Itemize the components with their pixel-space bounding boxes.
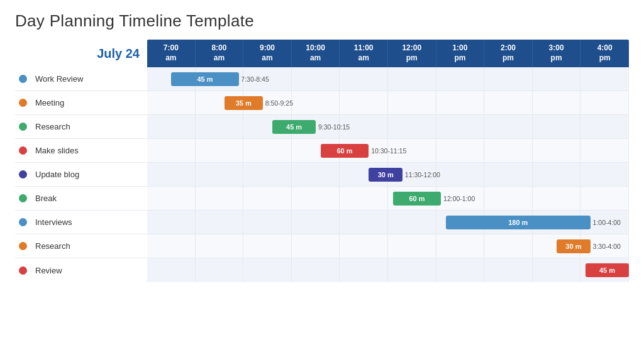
grid-cell bbox=[580, 211, 629, 234]
grid-cell bbox=[243, 187, 292, 210]
grid-cell bbox=[147, 234, 196, 258]
dot-container bbox=[15, 266, 30, 275]
grid-cell bbox=[436, 115, 485, 138]
task-dot bbox=[19, 218, 27, 226]
grid-cell bbox=[340, 187, 388, 210]
grid-cell bbox=[580, 163, 629, 186]
grid-cell bbox=[484, 258, 533, 282]
grid-header: 7:00am8:00am9:00am10:00am11:00am12:00pm1… bbox=[147, 40, 629, 67]
grid-cell bbox=[292, 115, 340, 138]
grid-row: 60 m12:00-1:00 bbox=[147, 187, 629, 211]
grid-cell bbox=[292, 258, 340, 282]
grid-cell bbox=[580, 115, 629, 138]
grid-row: 30 m3:30-4:00 bbox=[147, 234, 629, 258]
grid-cell bbox=[147, 115, 196, 138]
task-label: Work Review bbox=[30, 74, 83, 84]
grid-cell bbox=[436, 258, 485, 282]
task-row: Review bbox=[15, 258, 147, 282]
grid-cell bbox=[196, 91, 244, 114]
header-cell: 3:00pm bbox=[533, 40, 581, 67]
grid-cell bbox=[196, 187, 244, 210]
grid-panel: 7:00am8:00am9:00am10:00am11:00am12:00pm1… bbox=[147, 40, 629, 356]
grid-cell bbox=[340, 163, 388, 186]
task-row: Make slides bbox=[15, 139, 147, 163]
task-label: Update blog bbox=[30, 170, 79, 179]
left-panel: July 24 Work ReviewMeetingResearchMake s… bbox=[15, 40, 147, 356]
grid-cell bbox=[292, 67, 340, 90]
header-cell: 4:00pm bbox=[580, 40, 629, 67]
task-row: Break bbox=[15, 187, 147, 211]
header-cell: 10:00am bbox=[292, 40, 340, 67]
task-dot bbox=[19, 99, 27, 107]
grid-cell bbox=[147, 67, 196, 90]
grid-cell bbox=[484, 115, 533, 138]
timeline-container: July 24 Work ReviewMeetingResearchMake s… bbox=[15, 40, 629, 356]
grid-cell bbox=[243, 115, 292, 138]
grid-cell bbox=[388, 163, 436, 186]
grid-cell bbox=[243, 234, 292, 258]
header-cell: 8:00am bbox=[196, 40, 244, 67]
grid-cell bbox=[388, 115, 436, 138]
grid-row: 60 m10:30-11:15 bbox=[147, 139, 629, 163]
grid-cell bbox=[580, 91, 629, 114]
task-label: Review bbox=[30, 266, 62, 275]
grid-cell bbox=[436, 139, 485, 162]
task-dot bbox=[19, 75, 27, 83]
dot-container bbox=[15, 75, 30, 83]
grid-cell bbox=[340, 91, 388, 114]
grid-cell bbox=[484, 187, 533, 210]
dot-container bbox=[15, 242, 30, 250]
task-dot bbox=[19, 146, 27, 155]
task-row: Research bbox=[15, 234, 147, 258]
task-row: Update blog bbox=[15, 163, 147, 187]
dot-container bbox=[15, 194, 30, 202]
grid-row: 45 m4:00-4:45 bbox=[147, 258, 629, 282]
dot-container bbox=[15, 170, 30, 178]
header-cell: 9:00am bbox=[243, 40, 292, 67]
header-cell: 2:00pm bbox=[484, 40, 533, 67]
grid-cell bbox=[147, 163, 196, 186]
grid-cell bbox=[436, 211, 485, 234]
grid-cell bbox=[388, 234, 436, 258]
task-label: Research bbox=[30, 122, 70, 131]
grid-row: 180 m1:00-4:00 bbox=[147, 211, 629, 234]
grid-cell bbox=[243, 67, 292, 90]
grid-cell bbox=[436, 234, 485, 258]
task-label: Meeting bbox=[30, 98, 64, 107]
grid-cell bbox=[388, 139, 436, 162]
grid-cell bbox=[533, 139, 581, 162]
grid-cell bbox=[580, 234, 629, 258]
task-dot bbox=[19, 170, 27, 178]
grid-cell bbox=[243, 163, 292, 186]
task-row: Interviews bbox=[15, 211, 147, 234]
grid-cell bbox=[388, 91, 436, 114]
grid-cell bbox=[533, 163, 581, 186]
grid-cell bbox=[243, 139, 292, 162]
date-cell: July 24 bbox=[15, 40, 147, 67]
task-row: Research bbox=[15, 115, 147, 139]
header-cell: 1:00pm bbox=[436, 40, 485, 67]
dot-container bbox=[15, 146, 30, 155]
page-title: Day Planning Timeline Template bbox=[15, 11, 629, 31]
grid-cell bbox=[340, 211, 388, 234]
grid-cell bbox=[388, 258, 436, 282]
task-label: Research bbox=[30, 241, 70, 251]
grid-cell bbox=[292, 91, 340, 114]
grid-cell bbox=[436, 163, 485, 186]
grid-cell bbox=[340, 67, 388, 90]
grid-cell bbox=[340, 115, 388, 138]
task-row: Work Review bbox=[15, 67, 147, 91]
grid-cell bbox=[196, 211, 244, 234]
task-label: Make slides bbox=[30, 146, 79, 155]
grid-cell bbox=[147, 211, 196, 234]
task-dot bbox=[19, 194, 27, 202]
grid-cell bbox=[196, 258, 244, 282]
grid-cell bbox=[436, 91, 485, 114]
dot-container bbox=[15, 218, 30, 226]
task-dot bbox=[19, 123, 27, 131]
task-rows: Work ReviewMeetingResearchMake slidesUpd… bbox=[15, 67, 147, 356]
dot-container bbox=[15, 99, 30, 107]
task-label: Interviews bbox=[30, 217, 72, 227]
grid-row: 45 m7:30-8:45 bbox=[147, 67, 629, 91]
grid-cell bbox=[243, 258, 292, 282]
